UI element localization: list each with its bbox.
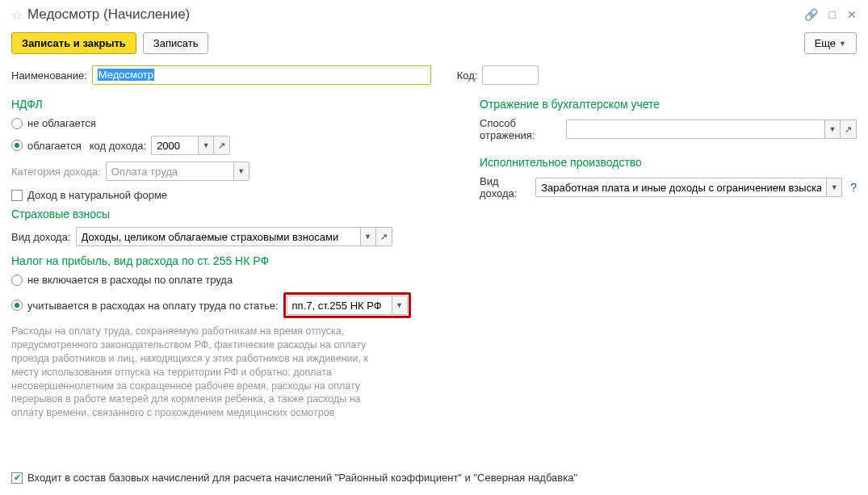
code-label: Код: (457, 69, 478, 82)
chevron-down-icon: ▼ (829, 125, 837, 133)
executive-section-title: Исполнительное производство (480, 156, 857, 169)
footer-row: ✔ Входит в состав базовых начислений для… (11, 472, 577, 484)
more-button[interactable]: Еще ▼ (804, 32, 857, 54)
article-description: Расходы на оплату труда, сохраняемую раб… (11, 325, 391, 420)
help-icon[interactable]: ? (850, 181, 857, 194)
profit-not-included-radio[interactable] (11, 275, 23, 286)
executive-dropdown-button[interactable]: ▼ (826, 178, 842, 197)
income-code-open-button[interactable]: ↗ (214, 136, 230, 155)
ndfl-taxed-radio[interactable] (11, 140, 23, 151)
toolbar: Записать и закрыть Записать Еще ▼ (11, 32, 857, 54)
favorite-star-icon[interactable]: ☆ (11, 7, 23, 23)
article-dropdown-button[interactable]: ▼ (392, 296, 408, 315)
close-icon[interactable]: ✕ (847, 8, 857, 21)
save-and-close-button[interactable]: Записать и закрыть (11, 32, 136, 54)
natural-income-label: Доход в натуральной форме (27, 189, 167, 201)
income-category-input (106, 162, 233, 181)
base-accruals-label: Входит в состав базовых начислений для р… (27, 472, 577, 484)
insurance-section-title: Страховые взносы (11, 208, 447, 220)
maximize-icon[interactable]: □ (829, 8, 836, 21)
income-code-dropdown-button[interactable]: ▼ (198, 136, 214, 155)
more-label: Еще (815, 37, 836, 49)
name-input[interactable]: Медосмотр (92, 65, 431, 85)
income-category-label: Категория дохода: (11, 166, 101, 178)
link-icon[interactable]: 🔗 (804, 8, 818, 21)
income-code-input[interactable] (151, 136, 198, 155)
chevron-down-icon: ▼ (237, 167, 245, 175)
accounting-method-input[interactable] (566, 120, 824, 139)
open-icon: ↗ (845, 124, 852, 135)
ndfl-not-taxed-radio[interactable] (11, 118, 23, 129)
chevron-down-icon: ▼ (839, 40, 846, 48)
save-button[interactable]: Записать (143, 32, 209, 54)
insurance-income-type-input[interactable] (76, 227, 360, 246)
insurance-open-button[interactable]: ↗ (376, 227, 392, 246)
chevron-down-icon: ▼ (203, 141, 210, 149)
natural-income-checkbox[interactable] (11, 190, 23, 201)
ndfl-section-title: НДФЛ (11, 98, 447, 111)
name-value: Медосмотр (98, 69, 154, 81)
code-input[interactable] (482, 65, 539, 85)
income-code-label: код дохода: (90, 140, 146, 152)
profit-included-radio[interactable] (11, 300, 23, 311)
ndfl-not-taxed-label: не облагается (27, 117, 96, 129)
name-label: Наименование: (11, 69, 87, 82)
article-input[interactable] (287, 296, 392, 315)
base-accruals-checkbox[interactable]: ✔ (11, 472, 23, 484)
income-category-dropdown-button: ▼ (233, 162, 249, 181)
profit-not-included-label: не включается в расходы по оплате труда (27, 274, 233, 286)
chevron-down-icon: ▼ (831, 183, 838, 191)
insurance-income-type-label: Вид дохода: (11, 231, 71, 243)
titlebar: ☆ Медосмотр (Начисление) 🔗 □ ✕ (11, 6, 857, 23)
chevron-down-icon: ▼ (396, 301, 403, 309)
accounting-dropdown-button[interactable]: ▼ (824, 120, 841, 139)
open-icon: ↗ (218, 141, 225, 151)
ndfl-taxed-label: облагается (27, 140, 82, 152)
accounting-method-label: Способ отражения: (480, 117, 561, 141)
accounting-section-title: Отражение в бухгалтерском учете (480, 98, 857, 111)
insurance-dropdown-button[interactable]: ▼ (360, 227, 376, 246)
profit-tax-section-title: Налог на прибыль, вид расхода по ст. 255… (11, 254, 447, 267)
executive-income-type-label: Вид дохода: (480, 175, 530, 199)
accounting-open-button[interactable]: ↗ (841, 120, 857, 139)
article-select-highlight: ▼ (283, 292, 411, 318)
profit-included-label: учитывается в расходах на оплату труда п… (27, 300, 279, 312)
chevron-down-icon: ▼ (364, 233, 371, 241)
executive-income-type-input[interactable] (535, 178, 826, 197)
page-title: Медосмотр (Начисление) (27, 6, 190, 23)
open-icon: ↗ (380, 232, 388, 242)
